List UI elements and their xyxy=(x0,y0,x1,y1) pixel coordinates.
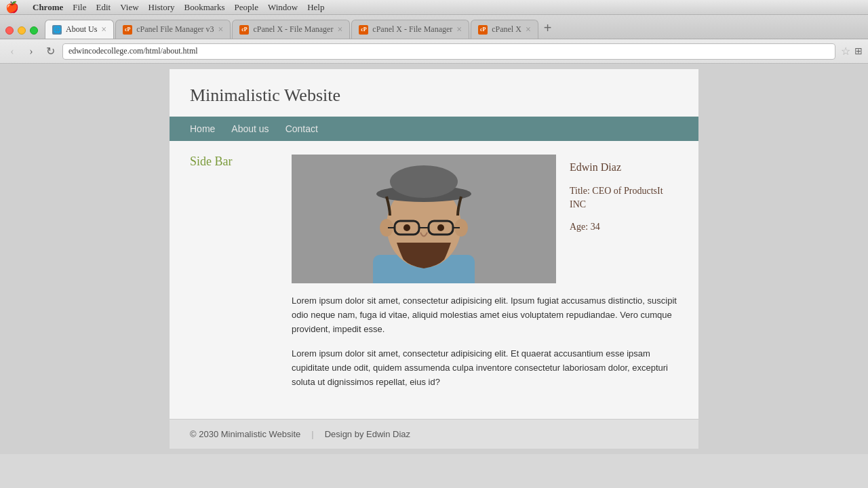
tab-close-cpanel-1[interactable]: × xyxy=(218,25,224,35)
svg-point-5 xyxy=(390,165,458,198)
footer-design: Design by Edwin Diaz xyxy=(325,429,410,439)
maximize-window-button[interactable] xyxy=(30,26,38,35)
profile-photo xyxy=(292,155,556,283)
menu-window[interactable]: Window xyxy=(268,2,298,13)
footer-copyright: © 2030 Minimalistic Website xyxy=(190,429,300,439)
tab-favicon-cpanel-2: cP xyxy=(239,25,249,35)
tab-favicon-cpanel-3: cP xyxy=(359,25,368,35)
site-main: Side Bar xyxy=(170,141,698,419)
sidebar-title: Side Bar xyxy=(190,155,278,169)
traffic-lights xyxy=(5,26,38,39)
minimize-window-button[interactable] xyxy=(18,26,26,35)
tab-label-cpanel-4: cPanel X xyxy=(492,24,521,35)
url-bar[interactable]: edwincodecollege.com/html/about.html xyxy=(62,43,835,60)
url-text: edwincodecollege.com/html/about.html xyxy=(68,46,198,56)
tab-close-cpanel-3[interactable]: × xyxy=(456,25,462,35)
footer-divider: | xyxy=(311,429,313,439)
svg-point-13 xyxy=(403,224,410,231)
tab-favicon-cpanel-4: cP xyxy=(478,25,488,35)
profile-age: Age: 34 xyxy=(570,222,678,232)
menu-help[interactable]: Help xyxy=(307,2,324,13)
bookmark-star-icon[interactable]: ☆ xyxy=(841,45,850,58)
site-nav: Home About us Contact xyxy=(170,117,698,141)
paragraph-2: Lorem ipsum dolor sit amet, consectetur … xyxy=(292,347,678,389)
tab-favicon-cpanel-1: cP xyxy=(123,25,132,35)
tab-label-cpanel-2: cPanel X - File Manager xyxy=(253,24,333,35)
tab-close-about-us[interactable]: × xyxy=(101,25,106,35)
new-tab-button[interactable]: + xyxy=(540,21,556,39)
close-window-button[interactable] xyxy=(5,26,14,35)
browser-content: Minimalistic Website Home About us Conta… xyxy=(0,64,868,454)
menu-edit[interactable]: Edit xyxy=(96,2,111,13)
menu-bar: Chrome File Edit View History Bookmarks … xyxy=(33,2,324,13)
tab-close-cpanel-2[interactable]: × xyxy=(337,25,342,35)
menu-history[interactable]: History xyxy=(149,2,175,13)
profile-name: Edwin Diaz xyxy=(570,161,678,174)
svg-point-14 xyxy=(437,224,444,231)
menu-file[interactable]: File xyxy=(73,2,86,13)
tab-cpanel-2[interactable]: cP cPanel X - File Manager × xyxy=(232,20,350,39)
tab-bar: 🌐 About Us × cP cPanel File Manager v3 ×… xyxy=(0,15,868,39)
site-header: Minimalistic Website xyxy=(170,69,698,117)
titlebar: 🍎 Chrome File Edit View History Bookmark… xyxy=(0,0,868,15)
tab-cpanel-4[interactable]: cP cPanel X × xyxy=(471,20,538,39)
profile-section: Edwin Diaz Title: CEO of ProductsIt INC … xyxy=(292,155,678,283)
nav-contact[interactable]: Contact xyxy=(285,123,318,134)
tab-label-cpanel-1: cPanel File Manager v3 xyxy=(136,24,214,35)
tab-label-about-us: About Us xyxy=(66,24,97,35)
content-area: Edwin Diaz Title: CEO of ProductsIt INC … xyxy=(292,155,678,405)
reload-button[interactable]: ↻ xyxy=(43,45,57,58)
apple-icon[interactable]: 🍎 xyxy=(5,1,19,14)
nav-home[interactable]: Home xyxy=(190,123,215,134)
profile-job-title: Title: CEO of ProductsIt INC xyxy=(570,184,678,211)
tab-cpanel-1[interactable]: cP cPanel File Manager v3 × xyxy=(115,20,231,39)
address-bar-right: ☆ ⊞ xyxy=(841,45,863,58)
profile-info: Edwin Diaz Title: CEO of ProductsIt INC … xyxy=(570,155,678,283)
nav-about-us[interactable]: About us xyxy=(231,123,269,134)
tab-label-cpanel-3: cPanel X - File Manager xyxy=(372,24,452,35)
tab-cpanel-3[interactable]: cP cPanel X - File Manager × xyxy=(351,20,469,39)
menu-view[interactable]: View xyxy=(120,2,138,13)
sidebar: Side Bar xyxy=(190,155,278,405)
address-bar: ‹ › ↻ edwincodecollege.com/html/about.ht… xyxy=(0,39,868,64)
profile-image xyxy=(292,155,556,283)
back-button[interactable]: ‹ xyxy=(5,45,19,58)
paragraph-1: Lorem ipsum dolor sit amet, consectetur … xyxy=(292,294,678,336)
site-footer: © 2030 Minimalistic Website | Design by … xyxy=(170,419,698,449)
tab-about-us[interactable]: 🌐 About Us × xyxy=(45,20,114,39)
menu-chrome[interactable]: Chrome xyxy=(33,2,63,13)
menu-people[interactable]: People xyxy=(235,2,258,13)
tab-close-cpanel-4[interactable]: × xyxy=(526,25,531,35)
menu-bookmarks[interactable]: Bookmarks xyxy=(184,2,225,13)
extensions-icon[interactable]: ⊞ xyxy=(854,45,863,57)
tab-favicon-globe: 🌐 xyxy=(52,25,62,35)
site-title: Minimalistic Website xyxy=(190,85,678,106)
website: Minimalistic Website Home About us Conta… xyxy=(170,69,698,449)
forward-button[interactable]: › xyxy=(24,45,38,58)
